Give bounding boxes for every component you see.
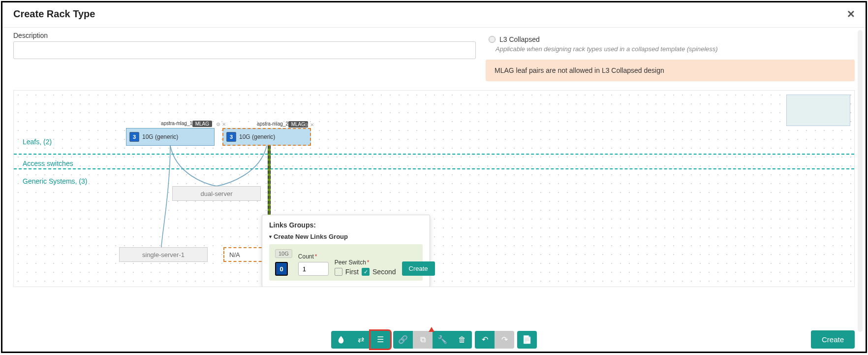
popup-create-button[interactable]: Create	[402, 261, 435, 276]
l3-collapsed-help: Applicable when designing rack types use…	[496, 45, 855, 53]
leaf-1-tag: MLAG	[192, 121, 212, 127]
peer-second-label: Second	[372, 268, 396, 276]
dual-server-label: dual-server	[200, 190, 232, 197]
doc-icon[interactable]: 📄	[517, 331, 537, 349]
undo-icon[interactable]: ↶	[475, 331, 495, 349]
peer-first-label: First	[345, 268, 359, 276]
lane-leafs-label: Leafs, (2)	[23, 138, 52, 146]
leaf-1-text: 10G (generic)	[142, 133, 211, 140]
lane-generic-label: Generic Systems, (3)	[23, 177, 87, 185]
leaf-node-1[interactable]: apstra-mlag_1 MLAG ⚙ ✕ 3 10G (generic)	[126, 128, 215, 146]
peer-first-checkbox[interactable]	[335, 268, 342, 276]
l3-collapsed-label: L3 Collapsed	[499, 35, 540, 43]
dual-server-node[interactable]: dual-server	[172, 186, 261, 201]
wrench-icon[interactable]: 🔧	[433, 331, 452, 349]
description-label: Description	[13, 32, 476, 39]
peer-switch-label: Peer Switch	[335, 259, 366, 266]
topology-canvas[interactable]: + − ⟲ Leafs, (2) Access switches Generic…	[13, 90, 855, 287]
leaf-node-2[interactable]: apstra-mlag_2 MLAG ⚙ ✕ 3 10G (generic)	[222, 128, 311, 146]
leaf-2-badge: 3	[226, 132, 236, 142]
l3-collapsed-radio[interactable]	[489, 36, 496, 43]
popup-title: Links Groups:	[269, 221, 423, 229]
swap-icon[interactable]: ⇄	[351, 331, 371, 349]
zoom-out-icon[interactable]: −	[854, 109, 855, 117]
required-icon: *	[315, 253, 317, 260]
mlag-warning: MLAG leaf pairs are not allowed in L3 Co…	[486, 60, 855, 81]
list-icon[interactable]: ☰	[371, 331, 390, 349]
page-title: Create Rack Type	[13, 8, 95, 20]
leaf-1-actions[interactable]: ⚙ ✕	[216, 122, 226, 127]
zoom-reset-icon[interactable]: ⟲	[854, 119, 855, 127]
copy-icon[interactable]: ⧉	[413, 331, 433, 349]
leaf-1-badge: 3	[129, 132, 139, 142]
count-label: Count	[298, 253, 314, 260]
single-server-1-label: single-server-1	[142, 251, 185, 258]
create-button[interactable]: Create	[811, 330, 855, 349]
leaf-2-name: apstra-mlag_2	[257, 121, 288, 127]
scrollbar[interactable]	[858, 30, 863, 332]
zoom-in-icon[interactable]: +	[854, 99, 855, 107]
leaf-1-name: apstra-mlag_1	[161, 121, 192, 126]
leaf-icon[interactable]	[331, 331, 351, 349]
lane-access-label: Access switches	[23, 160, 73, 167]
warning-icon	[429, 327, 434, 332]
leaf-2-actions[interactable]: ⚙ ✕	[304, 122, 314, 128]
popup-subtitle[interactable]: Create New Links Group	[269, 233, 423, 240]
lane-divider	[14, 154, 854, 155]
count-input[interactable]	[298, 262, 329, 276]
close-icon[interactable]: ×	[847, 7, 855, 20]
speed-chip[interactable]: 10G	[275, 249, 292, 258]
redo-icon[interactable]: ↷	[495, 331, 514, 349]
leaf-2-text: 10G (generic)	[239, 133, 307, 140]
peer-second-checkbox[interactable]: ✓	[362, 268, 370, 276]
single-server-1-node[interactable]: single-server-1	[119, 247, 208, 262]
link-icon[interactable]: 🔗	[393, 331, 413, 349]
links-groups-popup: Links Groups: Create New Links Group 10G…	[262, 215, 430, 287]
required-icon: *	[367, 259, 370, 266]
trash-icon[interactable]: 🗑	[452, 331, 472, 349]
links-count-zero[interactable]: 0	[275, 262, 288, 276]
mini-map[interactable]: + − ⟲	[786, 95, 850, 126]
description-input[interactable]	[13, 41, 476, 59]
single-server-2-label: N/A	[229, 251, 240, 258]
lane-divider	[14, 168, 854, 169]
